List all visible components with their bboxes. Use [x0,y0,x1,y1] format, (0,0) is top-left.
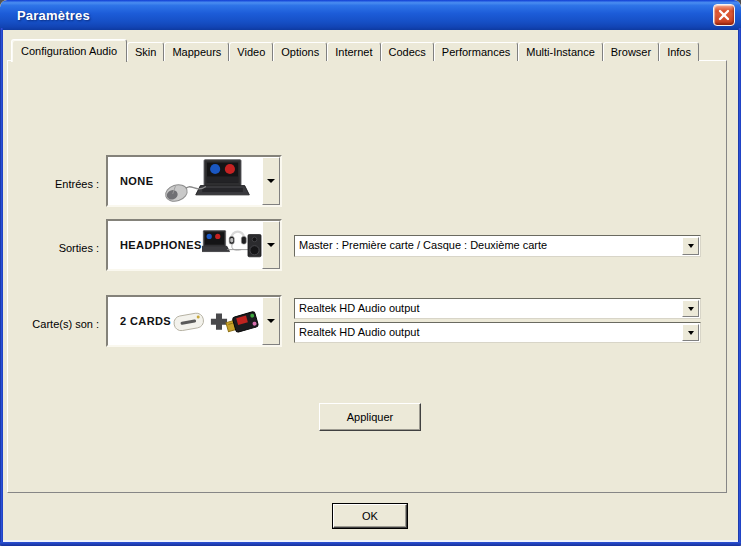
window-title: Paramètres [17,8,90,23]
soundcards-dropdown-value: 2 CARDS [120,315,171,327]
soundcard1-arrow-button[interactable] [682,300,699,317]
title-bar[interactable]: Paramètres [0,0,741,30]
tab-mappeurs[interactable]: Mappeurs [164,42,229,61]
inputs-dropdown-value: NONE [120,175,153,187]
tab-label: Configuration Audio [21,45,117,57]
apply-button[interactable]: Appliquer [319,403,421,431]
chevron-down-icon [688,331,694,338]
tab-performances[interactable]: Performances [434,42,518,61]
tab-label: Codecs [389,46,426,58]
tab-label: Skin [135,46,156,58]
chevron-down-icon [688,307,694,314]
inputs-dropdown-arrow-button[interactable] [262,157,280,205]
mouse-laptop-icon [153,157,262,205]
close-button[interactable] [713,4,735,26]
tab-label: Options [281,46,319,58]
soundcards-dropdown-arrow-button[interactable] [262,297,280,345]
output-routing-value: Master : Première carte / Casque : Deuxi… [295,236,681,256]
soundcards-dropdown[interactable]: 2 CARDS [106,295,282,347]
tab-page-configuration-audio: Entrées : NONE Sorties : HE [7,60,727,493]
tab-strip: Configuration Audio Skin Mappeurs Video … [11,38,699,61]
tab-infos[interactable]: Infos [659,42,699,61]
laptop-headphones-speaker-icon [202,221,262,269]
tab-multi-instance[interactable]: Multi-Instance [518,42,602,61]
tab-label: Mappeurs [172,46,221,58]
inputs-dropdown[interactable]: NONE [106,155,282,207]
tab-internet[interactable]: Internet [327,42,380,61]
output-routing-arrow-button[interactable] [682,237,699,255]
outputs-dropdown-value: HEADPHONES [120,239,202,251]
tab-label: Multi-Instance [526,46,594,58]
tab-options[interactable]: Options [273,42,327,61]
window-border-left [0,28,3,546]
ok-button[interactable]: OK [333,504,407,528]
tab-label: Internet [335,46,372,58]
tab-label: Browser [611,46,651,58]
soundcard1-value: Realtek HD Audio output [295,299,681,318]
settings-window: Paramètres Configuration Audio Skin Mapp… [0,0,741,546]
soundcard2-combobox[interactable]: Realtek HD Audio output [294,322,701,343]
soundcard1-combobox[interactable]: Realtek HD Audio output [294,298,701,319]
soundcard2-arrow-button[interactable] [682,324,699,341]
window-border-bottom [0,542,741,546]
tab-label: Video [237,46,265,58]
soundcards-label: Carte(s) son : [16,318,99,330]
outputs-label: Sorties : [16,242,99,254]
outputs-dropdown[interactable]: HEADPHONES [106,219,282,271]
tab-video[interactable]: Video [229,42,273,61]
inputs-label: Entrées : [16,178,99,190]
outputs-dropdown-arrow-button[interactable] [262,221,280,269]
two-sound-cards-icon [171,297,262,345]
chevron-down-icon [688,244,694,251]
tab-configuration-audio[interactable]: Configuration Audio [11,39,127,62]
tab-label: Performances [442,46,510,58]
close-icon [718,9,730,21]
output-routing-combobox[interactable]: Master : Première carte / Casque : Deuxi… [294,235,701,257]
tab-codecs[interactable]: Codecs [381,42,434,61]
tab-label: Infos [667,46,691,58]
chevron-down-icon [267,243,275,251]
chevron-down-icon [267,179,275,187]
tab-skin[interactable]: Skin [127,42,164,61]
soundcard2-value: Realtek HD Audio output [295,323,681,342]
chevron-down-icon [267,319,275,327]
tab-browser[interactable]: Browser [603,42,659,61]
